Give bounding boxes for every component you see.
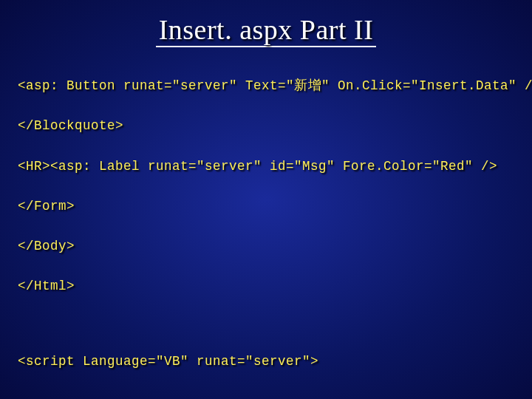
code-line: <asp: Button runat="server" Text="新增" On… [18,76,514,96]
code-line: <script Language="VB" runat="server"> [18,352,514,372]
blank-line [18,317,514,332]
code-line: <HR><asp: Label runat="server" id="Msg" … [18,157,514,177]
code-block: <asp: Button runat="server" Text="新增" On… [18,56,514,399]
code-line: </Body> [18,236,514,256]
code-line: </Blockquote> [18,116,514,136]
blank-line [18,392,514,399]
code-line: </Html> [18,276,514,296]
slide-title: Insert. aspx Part II [156,13,377,47]
code-line: </Form> [18,197,514,216]
